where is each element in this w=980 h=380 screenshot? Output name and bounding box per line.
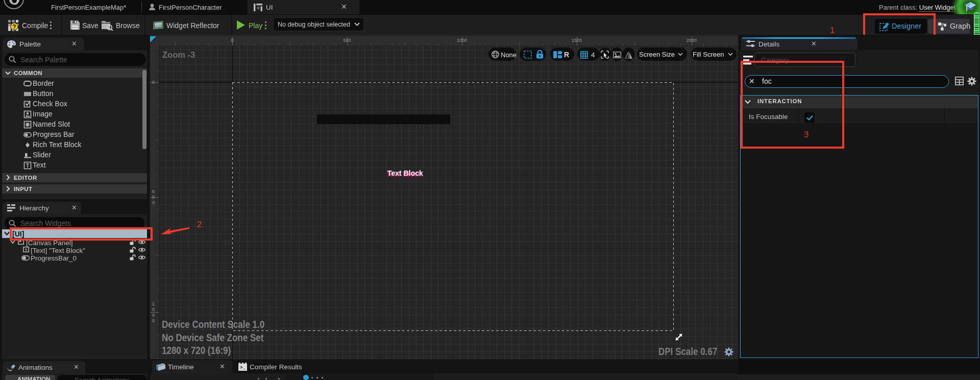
svg-text:>_: >_ xyxy=(240,365,246,370)
svg-text:T: T xyxy=(26,163,29,169)
svg-text:T: T xyxy=(25,248,28,252)
svg-text:?: ? xyxy=(12,23,16,31)
